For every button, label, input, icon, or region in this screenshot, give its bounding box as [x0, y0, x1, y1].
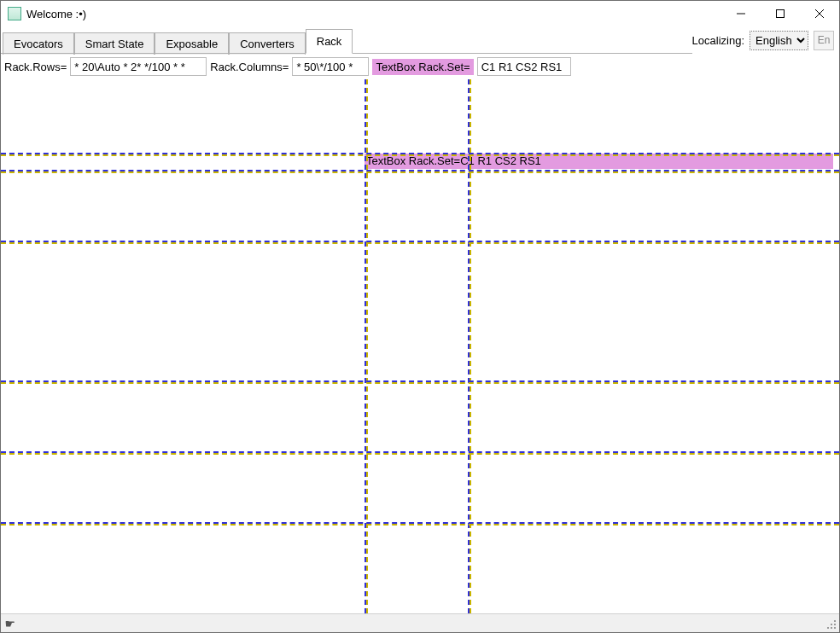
svg-rect-0: [777, 10, 785, 18]
tab-converters[interactable]: Converters: [229, 32, 306, 55]
maximize-button[interactable]: [761, 1, 800, 26]
svg-rect-5: [831, 627, 832, 629]
app-window: Welcome :•) Evocators Smart State Exposa…: [0, 0, 840, 633]
titlebar: Welcome :•): [1, 1, 839, 26]
hand-icon: ☚: [4, 617, 15, 630]
rack-columns-input[interactable]: [292, 57, 369, 76]
grid-vline: [366, 79, 368, 613]
rack-area: TextBox Rack.Set=C1 R1 CS2 RS1: [1, 79, 839, 613]
close-button[interactable]: [800, 1, 839, 26]
rack-columns-label: Rack.Columns=: [210, 61, 289, 73]
svg-rect-3: [834, 624, 836, 625]
grid-vline: [470, 79, 471, 613]
resize-grip-icon[interactable]: [825, 618, 837, 630]
tab-rack[interactable]: Rack: [306, 29, 353, 54]
grid-hline: [1, 242, 839, 244]
minimize-button[interactable]: [721, 1, 761, 26]
app-icon: [8, 7, 21, 20]
tab-exposable[interactable]: Exposable: [155, 32, 229, 55]
grid-hline: [1, 154, 839, 156]
rack-set-input[interactable]: [477, 57, 571, 76]
window-title: Welcome :•): [26, 8, 86, 20]
grid-hline: [1, 524, 839, 526]
svg-rect-1: [834, 620, 836, 622]
rack-grid: TextBox Rack.Set=C1 R1 CS2 RS1: [1, 79, 839, 613]
tab-smart-state[interactable]: Smart State: [74, 32, 155, 55]
status-bar: ☚: [1, 613, 839, 632]
grid-hline: [1, 382, 839, 384]
localizing-label: Localizing:: [692, 34, 744, 47]
localizing-panel: Localizing: English En: [692, 26, 839, 54]
toolbar: Evocators Smart State Exposable Converte…: [1, 26, 839, 54]
svg-rect-6: [834, 627, 836, 629]
en-button[interactable]: En: [814, 31, 834, 50]
rack-inputs-row: Rack.Rows= Rack.Columns= TextBox Rack.Se…: [1, 54, 839, 79]
rack-set-label: TextBox Rack.Set=: [372, 59, 473, 75]
grid-hline: [1, 453, 839, 455]
tab-evocators[interactable]: Evocators: [3, 32, 74, 55]
svg-rect-4: [827, 627, 829, 629]
svg-rect-2: [831, 624, 832, 625]
rack-rows-label: Rack.Rows=: [4, 61, 67, 73]
rack-rows-input[interactable]: [70, 57, 207, 76]
language-select[interactable]: English: [750, 31, 808, 50]
grid-hline: [1, 171, 839, 173]
tab-strip: Evocators Smart State Exposable Converte…: [1, 26, 353, 54]
